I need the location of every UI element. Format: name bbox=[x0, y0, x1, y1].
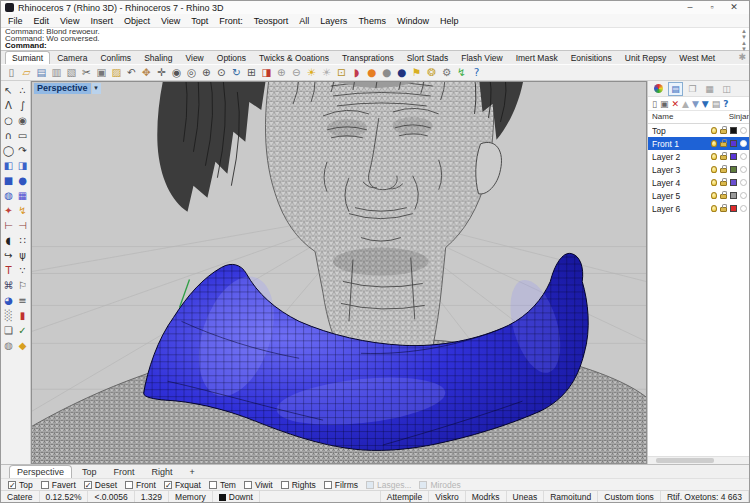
viewport-title[interactable]: Perspective ▼ bbox=[34, 83, 101, 94]
ribbon-tab[interactable]: Options bbox=[211, 52, 252, 64]
layer-visibility-bulb-icon[interactable] bbox=[711, 140, 717, 147]
viewport-tab[interactable]: + bbox=[183, 466, 202, 478]
named-view-icon[interactable]: ◨ bbox=[260, 66, 273, 80]
menu-front[interactable]: Front: bbox=[219, 16, 243, 26]
layer-color-swatch[interactable] bbox=[730, 127, 737, 134]
zoom-in-icon[interactable]: ⊕ bbox=[275, 66, 288, 80]
new-file-icon[interactable]: ▯ bbox=[5, 66, 18, 80]
check-tool[interactable]: ✓ bbox=[16, 323, 30, 338]
menu-object[interactable]: Object bbox=[124, 16, 150, 26]
point-grid-tool[interactable]: ∷ bbox=[16, 233, 30, 248]
surface-tool[interactable]: ◧ bbox=[2, 158, 16, 173]
checkbox[interactable] bbox=[244, 481, 252, 489]
layer-lock-icon[interactable] bbox=[720, 168, 727, 173]
flag-page-tool[interactable]: ⚐ bbox=[16, 278, 30, 293]
menu-window[interactable]: Window bbox=[397, 16, 429, 26]
material-icon[interactable]: ◗ bbox=[350, 66, 363, 80]
gear-red-tool[interactable]: ✦ bbox=[2, 203, 16, 218]
columns-tool[interactable]: ≡ bbox=[16, 293, 30, 308]
rectangle-tool[interactable]: ▭ bbox=[16, 128, 30, 143]
menu-view[interactable]: View bbox=[60, 16, 79, 26]
move-up-button[interactable]: ▲ bbox=[682, 99, 689, 109]
lock-icon[interactable]: ⊡ bbox=[335, 66, 348, 80]
status-toggle[interactable]: Filrms bbox=[324, 480, 358, 490]
status-pane[interactable]: Modrks bbox=[466, 491, 507, 503]
zoom-dynamic-icon[interactable]: ◉ bbox=[170, 66, 183, 80]
fillet-edge-tool[interactable]: ⊢ bbox=[2, 218, 16, 233]
lamp-on-icon[interactable]: ☀ bbox=[305, 66, 318, 80]
zoom-out-icon[interactable]: ⊖ bbox=[290, 66, 303, 80]
menu-edit[interactable]: Edit bbox=[34, 16, 50, 26]
layer-row[interactable]: Layer 5 bbox=[648, 189, 749, 202]
command-history[interactable]: Command: Blond rewoeur. Command: Wo conv… bbox=[1, 27, 749, 41]
properties-tab[interactable] bbox=[651, 82, 666, 96]
polyline-tool[interactable]: Λ bbox=[2, 98, 16, 113]
perspective-viewport[interactable]: Perspective ▼ bbox=[31, 81, 647, 464]
shaded-sphere-icon[interactable]: ● bbox=[380, 66, 393, 80]
status-toggle[interactable]: Fxquat bbox=[164, 480, 201, 490]
layer-row[interactable]: Top bbox=[648, 124, 749, 137]
export-icon[interactable]: ▧ bbox=[65, 66, 78, 80]
layer-color-swatch[interactable] bbox=[730, 179, 737, 186]
arc-tool[interactable]: ∩ bbox=[2, 128, 16, 143]
viewport-title-dropdown-icon[interactable]: ▼ bbox=[92, 83, 101, 94]
layer-current-radio[interactable] bbox=[740, 153, 747, 160]
status-toggle[interactable]: Top bbox=[8, 480, 33, 490]
ribbon-tab[interactable]: View bbox=[179, 52, 209, 64]
undo-icon[interactable]: ↶ bbox=[125, 66, 138, 80]
curve-tool[interactable]: ∫ bbox=[16, 98, 30, 113]
rotate-view-icon[interactable]: ↻ bbox=[230, 66, 243, 80]
layer-lock-icon[interactable] bbox=[720, 155, 727, 160]
menu-help[interactable]: Help bbox=[440, 16, 459, 26]
checkbox[interactable] bbox=[419, 481, 427, 489]
layer-lock-icon[interactable] bbox=[720, 129, 727, 134]
zoom-window-icon[interactable]: ◎ bbox=[185, 66, 198, 80]
render-icon[interactable]: ● bbox=[365, 66, 378, 80]
ribbon-tab[interactable]: Imert Mask bbox=[510, 52, 564, 64]
circle-tool[interactable]: ○ bbox=[2, 113, 16, 128]
viewport-tab[interactable]: Perspective bbox=[9, 465, 72, 478]
status-pane[interactable]: Custom tions bbox=[598, 491, 661, 503]
layer-color-swatch[interactable] bbox=[730, 192, 737, 199]
menu-thems[interactable]: Thems bbox=[358, 16, 386, 26]
spheres-tool[interactable]: ◍ bbox=[2, 338, 16, 353]
curve-flow-tool[interactable]: ↪ bbox=[2, 248, 16, 263]
status-toggle[interactable]: Favert bbox=[41, 480, 76, 490]
chamfer-edge-tool[interactable]: ⊣ bbox=[16, 218, 30, 233]
layer-current-radio[interactable] bbox=[740, 192, 747, 199]
ribbon-tab[interactable]: Twicks & Ooations bbox=[253, 52, 335, 64]
ribbon-tab[interactable]: Sumiant bbox=[5, 51, 50, 64]
menu-teosport[interactable]: Teosport bbox=[254, 16, 289, 26]
status-toggle[interactable]: Tem bbox=[209, 480, 236, 490]
layer-row[interactable]: Layer 3 bbox=[648, 163, 749, 176]
signal-tool[interactable]: ▮ bbox=[16, 308, 30, 323]
status-toggle[interactable]: Front bbox=[125, 480, 156, 490]
four-viewports-icon[interactable]: ⊞ bbox=[245, 66, 258, 80]
help-icon[interactable]: ? bbox=[470, 66, 483, 80]
layer-lock-icon[interactable] bbox=[720, 181, 727, 186]
layer-current-radio[interactable] bbox=[740, 179, 747, 186]
panel-help-button[interactable]: ? bbox=[723, 99, 728, 109]
ribbon-tab[interactable]: Conlims bbox=[94, 52, 137, 64]
layer-visibility-bulb-icon[interactable] bbox=[711, 192, 717, 199]
new-layer-button[interactable]: ▯ bbox=[652, 99, 657, 109]
ribbon-tab[interactable]: Flash View bbox=[455, 52, 508, 64]
layer-lock-icon[interactable] bbox=[720, 194, 727, 199]
box-solid-tool[interactable]: ■ bbox=[2, 173, 16, 188]
save-icon[interactable]: ▤ bbox=[35, 66, 48, 80]
ellipse-tool[interactable]: ◯ bbox=[2, 143, 16, 158]
cylinder-tool[interactable]: ◍ bbox=[2, 188, 16, 203]
checkbox[interactable] bbox=[209, 481, 217, 489]
layer-visibility-bulb-icon[interactable] bbox=[711, 153, 717, 160]
status-pane[interactable]: Ramoitund bbox=[544, 491, 598, 503]
ribbon-tab[interactable]: Shaling bbox=[138, 52, 178, 64]
paste-icon[interactable]: ▨ bbox=[110, 66, 123, 80]
ribbon-tab[interactable]: Unit Repsy bbox=[619, 52, 673, 64]
sphere-solid-tool[interactable]: ● bbox=[16, 173, 30, 188]
minimize-button[interactable]: – bbox=[679, 1, 701, 14]
layer-row[interactable]: Layer 4 bbox=[648, 176, 749, 189]
move-icon[interactable]: ✛ bbox=[155, 66, 168, 80]
layer-lock-icon[interactable] bbox=[720, 207, 727, 212]
rendered-sphere-icon[interactable]: ● bbox=[395, 66, 408, 80]
explode-tool[interactable]: ↯ bbox=[16, 203, 30, 218]
